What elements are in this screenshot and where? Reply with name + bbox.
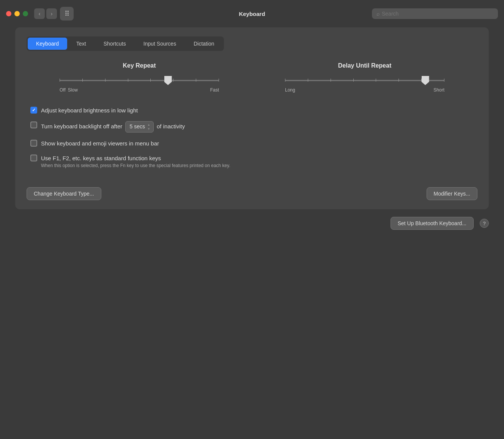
- delay-repeat-label: Delay Until Repeat: [338, 62, 391, 69]
- tick: [128, 79, 128, 82]
- checkbox-emoji-label: Show keyboard and emoji viewers in menu …: [41, 139, 159, 147]
- key-repeat-slider[interactable]: [60, 75, 219, 86]
- search-bar: ⌕: [372, 8, 498, 19]
- tick: [105, 79, 106, 82]
- tab-bar: Keyboard Text Shortcuts Input Sources Di…: [27, 36, 224, 51]
- tick: [444, 79, 444, 82]
- back-button[interactable]: ‹: [34, 8, 45, 19]
- bottom-row: Set Up Bluetooth Keyboard... ?: [15, 217, 489, 230]
- delay-repeat-slider[interactable]: [285, 75, 444, 86]
- tab-shortcuts[interactable]: Shortcuts: [95, 38, 134, 50]
- tick: [308, 79, 308, 82]
- grid-button[interactable]: ⠿: [60, 7, 74, 21]
- checkbox-row-brightness: Adjust keyboard brightness in low light: [30, 106, 477, 114]
- key-repeat-end-labels: Off Slow Fast: [60, 87, 219, 93]
- key-repeat-thumb[interactable]: [168, 76, 176, 85]
- backlight-text-after: of inactivity: [157, 123, 185, 129]
- window-title: Keyboard: [239, 11, 265, 17]
- help-button[interactable]: ?: [480, 219, 489, 228]
- checkbox-row-fn-keys: Use F1, F2, etc. keys as standard functi…: [30, 154, 477, 168]
- delay-repeat-thumb[interactable]: [425, 76, 433, 85]
- main-content: Keyboard Text Shortcuts Input Sources Di…: [0, 27, 504, 237]
- modifier-keys-button[interactable]: Modifier Keys...: [427, 187, 477, 200]
- key-repeat-ticks: [60, 79, 219, 82]
- delay-repeat-end-labels: Long Short: [285, 87, 444, 93]
- tab-input-sources[interactable]: Input Sources: [135, 38, 184, 50]
- close-button[interactable]: [6, 11, 11, 16]
- checkbox-fn-keys[interactable]: [30, 155, 37, 161]
- tab-keyboard[interactable]: Keyboard: [28, 38, 67, 50]
- backlight-text-before: Turn keyboard backlight off after: [41, 123, 122, 129]
- titlebar: ‹ › ⠿ Keyboard ⌕: [0, 0, 504, 27]
- maximize-button[interactable]: [23, 11, 28, 16]
- checkbox-row-backlight: Turn keyboard backlight off after 5 secs…: [30, 121, 477, 133]
- tick: [398, 79, 399, 82]
- delay-repeat-group: Delay Until Repeat: [285, 62, 444, 93]
- checkbox-brightness[interactable]: [30, 107, 37, 114]
- checkbox-row-emoji: Show keyboard and emoji viewers in menu …: [30, 139, 477, 147]
- tick: [353, 79, 354, 82]
- tick: [196, 79, 196, 82]
- checkbox-brightness-label: Adjust keyboard brightness in low light: [41, 106, 138, 114]
- tab-dictation[interactable]: Dictation: [185, 38, 222, 50]
- checkbox-backlight-label: Turn keyboard backlight off after 5 secs…: [41, 121, 185, 133]
- tick: [219, 79, 219, 82]
- set-up-bluetooth-button[interactable]: Set Up Bluetooth Keyboard...: [391, 217, 474, 230]
- key-repeat-slow-label: Slow: [68, 87, 78, 93]
- delay-repeat-long-label: Long: [285, 87, 295, 93]
- checkbox-section: Adjust keyboard brightness in low light …: [30, 106, 477, 168]
- key-repeat-group: Key Repeat: [60, 62, 219, 93]
- tick: [82, 79, 83, 82]
- tick: [285, 79, 285, 82]
- change-keyboard-type-button[interactable]: Change Keyboard Type...: [27, 187, 101, 200]
- tick: [376, 79, 376, 82]
- forward-button[interactable]: ›: [46, 8, 57, 19]
- backlight-dropdown[interactable]: 5 secs ▲▼: [125, 121, 153, 133]
- key-repeat-thumb-shape: [164, 76, 172, 85]
- settings-panel: Keyboard Text Shortcuts Input Sources Di…: [15, 27, 489, 209]
- delay-repeat-short-label: Short: [433, 87, 444, 93]
- tick: [331, 79, 331, 82]
- tick: [150, 79, 151, 82]
- sliders-row: Key Repeat: [27, 62, 477, 93]
- delay-repeat-ticks: [285, 79, 444, 82]
- tab-text[interactable]: Text: [68, 38, 94, 50]
- key-repeat-label: Key Repeat: [123, 62, 156, 69]
- key-repeat-off-label: Off: [60, 87, 66, 93]
- checkbox-emoji[interactable]: [30, 140, 37, 147]
- traffic-lights: [6, 11, 28, 16]
- delay-repeat-thumb-shape: [422, 76, 429, 85]
- search-icon: ⌕: [376, 11, 380, 17]
- nav-buttons: ‹ ›: [34, 8, 57, 19]
- key-repeat-fast-label: Fast: [210, 87, 219, 93]
- checkbox-backlight[interactable]: [30, 122, 37, 128]
- minimize-button[interactable]: [14, 11, 20, 16]
- dropdown-value: 5 secs: [129, 123, 145, 131]
- dropdown-arrows: ▲▼: [147, 123, 150, 131]
- checkbox-fn-keys-label: Use F1, F2, etc. keys as standard functi…: [41, 154, 230, 168]
- tick: [60, 79, 60, 82]
- panel-bottom-buttons: Change Keyboard Type... Modifier Keys...: [27, 180, 477, 200]
- search-input[interactable]: [382, 11, 493, 17]
